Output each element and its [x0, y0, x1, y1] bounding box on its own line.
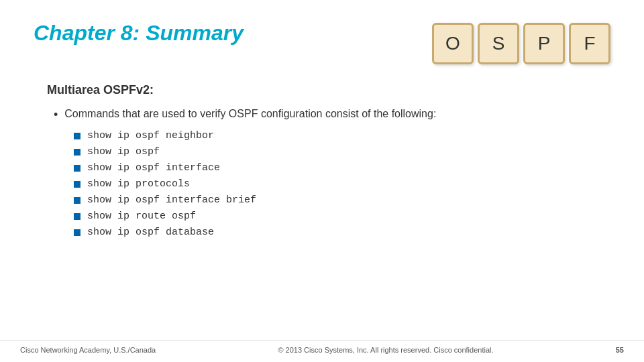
footer-center: © 2013 Cisco Systems, Inc. All rights re…: [278, 346, 493, 354]
list-item: show ip ospf interface brief: [74, 194, 610, 206]
sub-bullet-icon: [74, 181, 80, 188]
list-item: show ip ospf neighbor: [74, 130, 610, 141]
ospf-keyboard-graphic: OSPF: [432, 23, 610, 64]
footer-left: Cisco Networking Academy, U.S./Canada: [20, 346, 156, 354]
sub-commands-list: show ip ospf neighborshow ip ospfshow ip…: [47, 130, 610, 238]
list-item: show ip route ospf: [74, 210, 610, 222]
sub-bullet-icon: [74, 165, 80, 172]
slide: Chapter 8: Summary OSPF Multiarea OSPFv2…: [0, 0, 644, 362]
footer-page-number: 55: [616, 346, 624, 354]
header: Chapter 8: Summary OSPF: [34, 20, 610, 64]
bullet-icon: •: [54, 108, 58, 122]
sub-bullet-icon: [74, 197, 80, 204]
command-text: show ip ospf database: [87, 227, 214, 238]
list-item: show ip ospf database: [74, 227, 610, 238]
ospf-key-p: P: [523, 23, 565, 64]
main-bullet-text: Commands that are used to verify OSPF co…: [64, 108, 436, 120]
list-item: show ip protocols: [74, 178, 610, 190]
command-text: show ip route ospf: [87, 210, 196, 222]
sub-bullet-icon: [74, 133, 80, 139]
command-text: show ip ospf neighbor: [87, 130, 214, 141]
command-text: show ip ospf: [87, 146, 160, 158]
sub-bullet-icon: [74, 149, 80, 156]
page-title: Chapter 8: Summary: [34, 20, 244, 46]
list-item: show ip ospf interface: [74, 162, 610, 174]
sub-bullet-icon: [74, 213, 80, 220]
list-item: show ip ospf: [74, 146, 610, 158]
ospf-key-o: O: [432, 23, 474, 64]
command-text: show ip protocols: [87, 178, 190, 190]
section-title: Multiarea OSPFv2:: [47, 83, 610, 97]
sub-bullet-icon: [74, 229, 80, 236]
ospf-key-f: F: [569, 23, 610, 64]
main-content: Multiarea OSPFv2: • Commands that are us…: [34, 83, 610, 238]
footer: Cisco Networking Academy, U.S./Canada © …: [0, 340, 644, 354]
command-text: show ip ospf interface brief: [87, 194, 256, 206]
ospf-key-s: S: [478, 23, 519, 64]
command-text: show ip ospf interface: [87, 162, 220, 174]
main-bullet: • Commands that are used to verify OSPF …: [47, 108, 610, 122]
